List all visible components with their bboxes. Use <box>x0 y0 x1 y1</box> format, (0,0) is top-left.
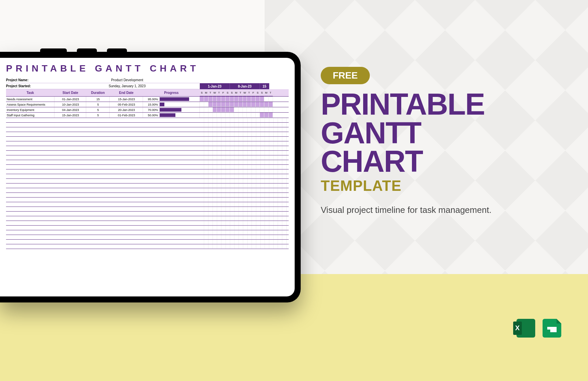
gantt-cell <box>260 97 264 102</box>
day-header-15: M <box>264 89 269 96</box>
gantt-cell <box>200 107 204 112</box>
task-name: Inventory Equipment <box>6 107 54 112</box>
gantt-cell <box>221 97 226 102</box>
day-header-8: M <box>234 89 239 96</box>
gantt-cell <box>217 113 221 118</box>
project-name-label: Project Name: <box>6 78 54 82</box>
tablet-device: PRINTABLE GANTT CHART Project Name: Prod… <box>0 52 301 302</box>
gantt-cell <box>200 97 204 102</box>
empty-row <box>6 137 289 141</box>
empty-row <box>6 118 289 123</box>
title-line-3: CHART <box>321 147 528 176</box>
gantt-cell <box>204 97 208 102</box>
day-header-1: M <box>204 89 208 96</box>
gantt-cell <box>200 113 204 118</box>
project-started-value: Sunday, January 1, 2023 <box>54 84 200 88</box>
task-end: 15-Jan-2023 <box>110 97 143 102</box>
excel-icon[interactable] <box>517 319 535 338</box>
task-progress-bar <box>160 107 200 112</box>
gantt-cell <box>208 113 213 118</box>
gantt-cell <box>264 113 269 118</box>
gantt-cell <box>230 107 234 112</box>
empty-row <box>6 179 289 183</box>
free-badge: FREE <box>321 67 370 84</box>
gantt-cell <box>269 113 273 118</box>
day-headers: SMTWTFSSMTWTFSSMT <box>200 89 289 96</box>
project-name-value: Product Development <box>54 78 200 82</box>
day-header-11: T <box>247 89 251 96</box>
gantt-cell <box>247 97 251 102</box>
empty-row <box>6 123 289 127</box>
week-header-0: 1-Jan-23 <box>200 83 230 89</box>
task-end: 01-Feb-2023 <box>110 113 143 118</box>
empty-row <box>6 146 289 151</box>
gantt-cell <box>269 107 273 112</box>
gantt-cell <box>247 107 251 112</box>
gantt-cell <box>234 102 239 107</box>
week-header-2: 15 <box>260 83 269 89</box>
empty-row <box>6 226 289 230</box>
day-header-6: S <box>226 89 230 96</box>
gantt-cell <box>226 113 230 118</box>
empty-row <box>6 216 289 221</box>
gantt-cell <box>230 113 234 118</box>
task-duration: 5 <box>86 107 110 112</box>
day-header-2: T <box>208 89 213 96</box>
gantt-cell <box>226 102 230 107</box>
gantt-cell <box>213 102 217 107</box>
gantt-cell <box>239 102 243 107</box>
empty-row <box>6 188 289 193</box>
gantt-cell <box>208 102 213 107</box>
task-start: 10-Jan-2023 <box>54 102 86 107</box>
tablet-screen: PRINTABLE GANTT CHART Project Name: Prod… <box>0 58 295 296</box>
gantt-cell <box>256 97 260 102</box>
title-line-1: PRINTABLE <box>321 90 528 119</box>
gantt-cells <box>200 113 289 118</box>
task-start: 15-Jan-2023 <box>54 113 86 118</box>
day-header-0: S <box>200 89 204 96</box>
col-progress: Progress <box>143 89 200 96</box>
google-sheets-icon[interactable] <box>543 319 561 338</box>
gantt-cell <box>243 107 247 112</box>
gantt-cell <box>230 97 234 102</box>
gantt-cells <box>200 97 289 102</box>
task-start: 01-Jan-2023 <box>54 97 86 102</box>
column-headers: Task Start Date Duration End Date Progre… <box>6 89 289 97</box>
gantt-cell <box>200 102 204 107</box>
gantt-cell <box>256 107 260 112</box>
task-duration: 15 <box>86 97 110 102</box>
gantt-cell <box>256 102 260 107</box>
gantt-cell <box>269 97 273 102</box>
marketing-panel: FREE PRINTABLE GANTT CHART TEMPLATE Visu… <box>321 67 528 216</box>
task-name: Staff Input Gathering <box>6 113 54 118</box>
table-row: Needs Assessment01-Jan-20231515-Jan-2023… <box>6 97 289 102</box>
gantt-cell <box>243 113 247 118</box>
empty-row <box>6 221 289 226</box>
empty-row <box>6 193 289 198</box>
empty-row <box>6 151 289 155</box>
gantt-cell <box>234 113 239 118</box>
task-progress-value: 70.00% <box>143 107 160 112</box>
gantt-cell <box>239 113 243 118</box>
project-name-row: Project Name: Product Development <box>6 77 200 83</box>
gantt-cell <box>208 97 213 102</box>
gantt-cell <box>217 107 221 112</box>
day-header-16: T <box>269 89 273 96</box>
gantt-cell <box>264 107 269 112</box>
task-duration: 5 <box>86 113 110 118</box>
empty-row <box>6 230 289 235</box>
marketing-title: PRINTABLE GANTT CHART <box>321 90 528 176</box>
empty-row <box>6 160 289 165</box>
empty-row <box>6 244 289 249</box>
tablet-button <box>107 48 127 52</box>
gantt-cell <box>234 97 239 102</box>
empty-row <box>6 165 289 169</box>
gantt-cells <box>200 107 289 112</box>
week-header-1: 8-Jan-23 <box>230 83 260 89</box>
gantt-cell <box>264 97 269 102</box>
gantt-cell <box>260 113 264 118</box>
col-task: Task <box>6 89 54 96</box>
empty-row <box>6 198 289 202</box>
gantt-cell <box>247 113 251 118</box>
col-end: End Date <box>110 89 143 96</box>
